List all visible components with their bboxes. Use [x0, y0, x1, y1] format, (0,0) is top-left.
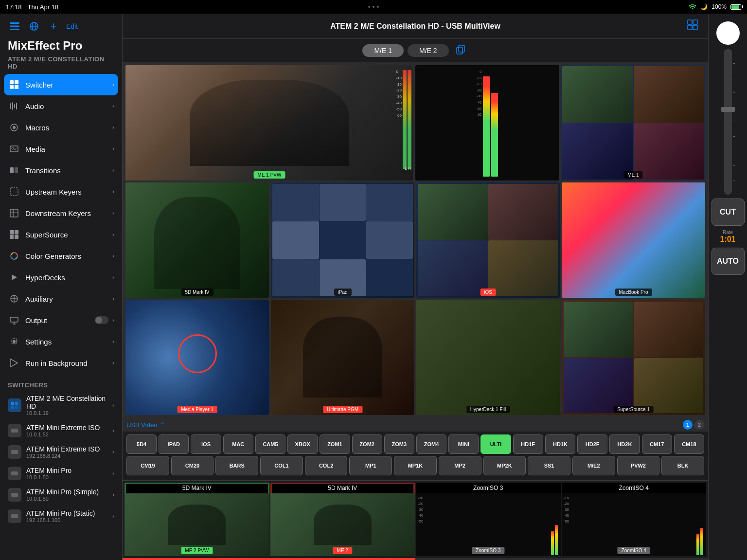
src-btn-bars[interactable]: BARS	[215, 456, 258, 475]
tab-me1[interactable]: M/E 1	[362, 44, 404, 57]
src-btn-5d4[interactable]: 5D4	[126, 434, 157, 454]
source-row-1: 5D4 IPAD iOS MAC CAM5 XBOX ZOM1 ZOM2 ZOM…	[126, 434, 704, 454]
switcher-item-mini-pro[interactable]: ATEM Mini Pro 10.0.1.50 ›	[0, 463, 122, 484]
sidebar-item-switcher[interactable]: Switcher ›	[4, 74, 118, 95]
src-btn-cm19[interactable]: CM19	[126, 456, 169, 475]
bottom-mv-cell-5dmarkiv-2[interactable]: 5D Mark IV ME 2	[270, 483, 415, 556]
src-btn-cm20[interactable]: CM20	[171, 456, 214, 475]
src-btn-ulti[interactable]: ULTI	[480, 434, 511, 454]
tab-me2[interactable]: M/E 2	[408, 44, 449, 57]
src-btn-hd2k[interactable]: HD2K	[609, 434, 640, 454]
globe-button[interactable]	[27, 19, 41, 33]
svg-marker-37	[11, 359, 18, 367]
sidebar-item-upstream-keyers[interactable]: Upstream Keyers ›	[0, 181, 122, 202]
usb-video-label[interactable]: USB Video	[126, 421, 157, 429]
cut-auto-panel: CUT Rate 1:01 AUTO	[708, 14, 747, 560]
src-btn-blk[interactable]: BLK	[661, 456, 704, 475]
page-dot-1[interactable]: 1	[683, 420, 693, 430]
page-dot-2[interactable]: 2	[694, 420, 704, 430]
bottom-mv-title-5dmarkiv-1: 5D Mark IV	[124, 483, 269, 493]
downstream-keyers-nav-icon	[8, 207, 20, 219]
sidebar-item-output[interactable]: Output ›	[0, 309, 122, 331]
sidebar-item-hyperdecks[interactable]: HyperDecks ›	[0, 267, 122, 288]
grid-layout-button[interactable]	[685, 18, 700, 34]
mv-cell-ios[interactable]: iOS	[416, 182, 560, 298]
switcher-item-mini-extreme-2[interactable]: ATEM Mini Extreme ISO 192.168.8.124 ›	[0, 441, 122, 463]
mv-cell-pgm[interactable]: ME 1 PVW 0-10-15-20-30-40-50-60 L R	[125, 65, 413, 181]
fader-track[interactable]	[724, 49, 732, 195]
src-btn-mini[interactable]: MINI	[448, 434, 479, 454]
sidebar-item-audio[interactable]: Audio ›	[0, 95, 122, 117]
mv-cell-ipad[interactable]: iPad	[271, 182, 414, 298]
src-btn-zom1[interactable]: ZOM1	[320, 434, 350, 454]
sidebar-item-auxiliary[interactable]: Auxiliary ›	[0, 288, 122, 309]
fader-handle[interactable]	[721, 107, 735, 112]
src-btn-cam5[interactable]: CAM5	[255, 434, 285, 454]
src-btn-zom2[interactable]: ZOM2	[352, 434, 382, 454]
src-btn-mp1[interactable]: MP1	[349, 456, 392, 475]
src-btn-col1[interactable]: COL1	[260, 456, 303, 475]
sidebar-item-supersource[interactable]: SuperSource ›	[0, 224, 122, 245]
bottom-mv-cell-zoomiso3[interactable]: ZoomISO 3 -10-20-30-40-50 ZoomISO 3	[416, 483, 561, 556]
src-btn-hd2f[interactable]: HD2F	[577, 434, 607, 454]
switcher-mini-pro-simple-icon	[8, 488, 21, 502]
mv-cell-5dmarkiv[interactable]: 5D Mark IV	[125, 182, 269, 298]
auto-button[interactable]: AUTO	[711, 248, 745, 275]
mv-cell-media-player[interactable]: Media Player 1	[125, 300, 269, 415]
src-btn-cm17[interactable]: CM17	[642, 434, 672, 454]
sidebar-item-color-generators[interactable]: Color Generators ›	[0, 245, 122, 267]
src-btn-ios[interactable]: iOS	[191, 434, 221, 454]
mv-cell-audio[interactable]: 0-10-13-20-30-40-50-60	[415, 65, 559, 181]
usb-video-bar: USB Video ⌃ 1 2	[123, 418, 708, 432]
src-btn-hd1k[interactable]: HD1K	[545, 434, 575, 454]
switcher-item-mini-extreme-1[interactable]: ATEM Mini Extreme ISO 10.0.1.52 ›	[0, 420, 122, 441]
sidebar-item-media[interactable]: Media ›	[0, 138, 122, 160]
src-btn-col2[interactable]: COL2	[305, 456, 348, 475]
sidebar-item-macros[interactable]: Macros ›	[0, 117, 122, 138]
switcher-item-mini-pro-simple[interactable]: ATEM Mini Pro (Simple) 10.0.1.50 ›	[0, 484, 122, 506]
svg-rect-47	[688, 20, 692, 24]
switcher-item-mini-pro-static[interactable]: ATEM Mini Pro (Static) 192.168.1.100 ›	[0, 506, 122, 527]
bottom-mv-cell-5dmarkiv-1[interactable]: 5D Mark IV ME 2 PVW	[124, 483, 269, 556]
mv-cell-ultimatte-pgm[interactable]: Ultimatte PGM	[271, 300, 414, 415]
src-btn-mac[interactable]: MAC	[223, 434, 253, 454]
src-btn-pvw2[interactable]: PVW2	[617, 456, 660, 475]
src-btn-me2[interactable]: M/E2	[572, 456, 615, 475]
add-button[interactable]: +	[47, 19, 60, 33]
transitions-nav-icon	[8, 164, 20, 177]
src-btn-mp2k[interactable]: MP2K	[483, 456, 526, 475]
bottom-mv-label-5dmarkiv-1: ME 2 PVW	[181, 547, 213, 554]
src-btn-cm18[interactable]: CM18	[674, 434, 704, 454]
source-row-2: CM19 CM20 BARS COL1 COL2 MP1 MP1K MP2 MP…	[126, 456, 704, 475]
tab-copy-button[interactable]	[453, 43, 468, 58]
svg-rect-42	[11, 429, 18, 433]
mv-cell-supersource[interactable]: SuperSource 1	[562, 300, 705, 415]
edit-button[interactable]: Edit	[66, 22, 78, 30]
sidebar-item-run-in-background[interactable]: Run in Background ›	[0, 352, 122, 374]
mv-cell-hyperdeck-fill[interactable]: HyperDeck 1 Fill	[416, 300, 560, 415]
rate-value: 1:01	[720, 235, 735, 244]
sidebar-item-downstream-keyers[interactable]: Downstream Keyers ›	[0, 202, 122, 224]
cut-button[interactable]: CUT	[711, 199, 745, 226]
mv-cell-me1-monitor[interactable]: ME 1	[561, 65, 705, 181]
src-btn-ss1[interactable]: SS1	[528, 456, 570, 475]
bottom-mv-cell-zoomiso4[interactable]: ZoomISO 4 -10-20-30-40-50 ZoomISO 4	[562, 483, 707, 556]
src-btn-zom4[interactable]: ZOM4	[416, 434, 446, 454]
src-btn-xbox[interactable]: XBOX	[287, 434, 318, 454]
sidebar-item-settings[interactable]: Settings ›	[0, 331, 122, 352]
output-toggle[interactable]	[95, 316, 108, 324]
bottom-mv-title-zoomiso4: ZoomISO 4	[562, 483, 707, 493]
usb-video-chevron-icon[interactable]: ⌃	[160, 421, 165, 428]
switcher-mini-pro-ip: 10.0.1.50	[26, 474, 112, 480]
src-btn-hd1f[interactable]: HD1F	[513, 434, 543, 454]
sidebar-upstream-keyers-label: Upstream Keyers	[25, 188, 112, 196]
src-btn-mp1k[interactable]: MP1K	[394, 456, 437, 475]
mv-cell-macbook[interactable]: MacBook Pro	[562, 182, 705, 298]
switcher-item-constellation[interactable]: ATEM 2 M/E Constellation HD 10.0.1.19 ›	[0, 391, 122, 420]
sidebar-item-transitions[interactable]: Transitions ›	[0, 160, 122, 181]
src-btn-zom3[interactable]: ZOM3	[384, 434, 414, 454]
src-btn-mp2[interactable]: MP2	[439, 456, 481, 475]
src-btn-ipad[interactable]: IPAD	[159, 434, 189, 454]
sidebar-toggle-button[interactable]	[8, 19, 21, 33]
switcher-mini-pro-static-info: ATEM Mini Pro (Static) 192.168.1.100	[26, 509, 112, 523]
